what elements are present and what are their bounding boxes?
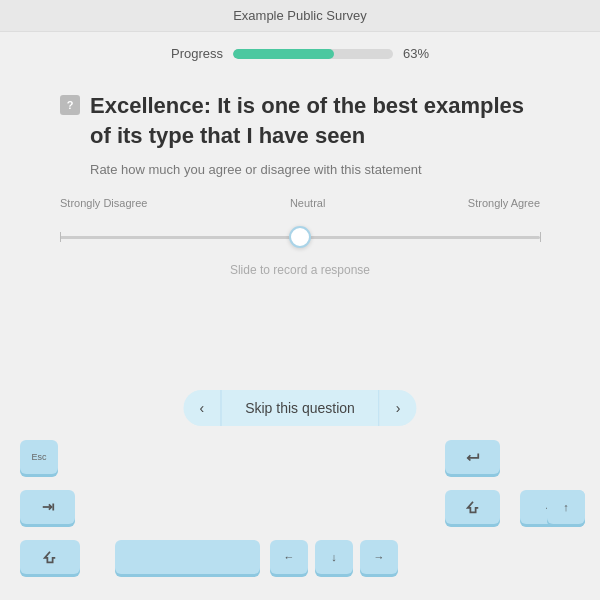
slider-hint: Slide to record a response [60,263,540,277]
shift-right-icon [466,500,480,514]
esc-key[interactable]: Esc [20,440,58,474]
keyboard-area: Esc [0,440,600,600]
shift-left-icon [43,550,57,564]
slider-labels: Strongly Disagree Neutral Strongly Agree [60,197,540,209]
slider-tick-left [60,232,61,242]
arrow-up-key[interactable]: ↑ [547,490,585,524]
keyboard-overlay: ‹ Skip this question › Esc [0,390,600,600]
space-key[interactable] [115,540,260,574]
progress-row: Progress 63% [0,32,600,71]
shift-left-key[interactable] [20,540,80,574]
prev-button[interactable]: ‹ [183,390,220,426]
top-bar: Example Public Survey [0,0,600,32]
enter-key[interactable] [445,440,500,474]
progress-percent: 63% [403,46,429,61]
tab-icon [41,500,55,514]
progress-bar-background [233,49,393,59]
arrow-left-key[interactable]: ← [270,540,308,574]
skip-button[interactable]: Skip this question [220,390,380,426]
tab-key[interactable] [20,490,75,524]
progress-label: Progress [171,46,223,61]
question-subtitle: Rate how much you agree or disagree with… [90,162,540,177]
slider-track-container[interactable] [60,217,540,257]
arrow-right-key[interactable]: → [360,540,398,574]
slider-tick-right [540,232,541,242]
slider-track [60,236,540,239]
survey-title: Example Public Survey [233,8,367,23]
nav-button-row: ‹ Skip this question › [183,390,416,426]
arrow-down-key[interactable]: ↓ [315,540,353,574]
scale-middle-label: Neutral [290,197,325,209]
scale-right-label: Strongly Agree [468,197,540,209]
slider-section: Strongly Disagree Neutral Strongly Agree… [60,197,540,277]
shift-right-key[interactable] [445,490,500,524]
slider-thumb[interactable] [289,226,311,248]
question-header: ? Excellence: It is one of the best exam… [60,91,540,150]
main-content: ? Excellence: It is one of the best exam… [0,71,600,287]
scale-left-label: Strongly Disagree [60,197,147,209]
next-button[interactable]: › [380,390,417,426]
enter-icon [466,450,480,464]
question-text: Excellence: It is one of the best exampl… [90,91,540,150]
question-badge: ? [60,95,80,115]
progress-bar-fill [233,49,334,59]
